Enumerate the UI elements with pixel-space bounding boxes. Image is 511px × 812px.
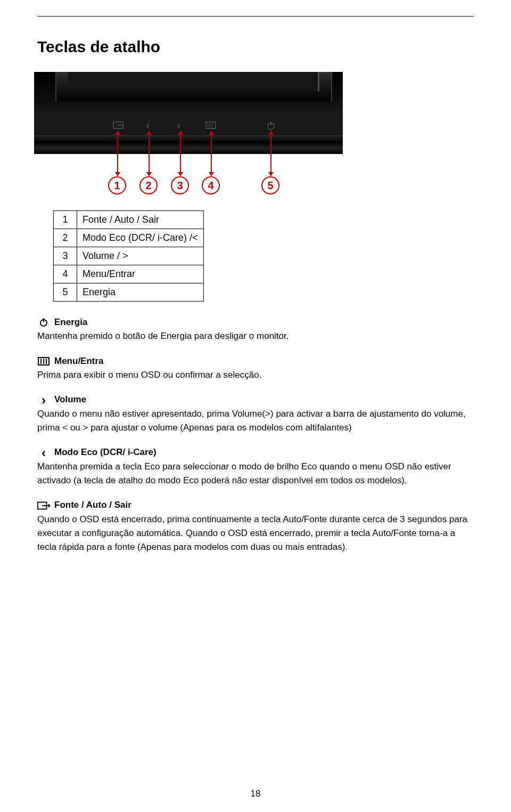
callout-line-3 — [180, 134, 181, 173]
section-title: Menu/Entra — [54, 354, 104, 368]
table-row: 4 Menu/Entrar — [54, 265, 204, 283]
monitor-strip — [34, 72, 343, 154]
table-cell-label: Volume / > — [77, 247, 204, 265]
section-title: Fonte / Auto / Sair — [54, 498, 131, 512]
monitor-photo: ‹ › 1 2 3 4 5 — [34, 72, 343, 200]
section-fonte: Fonte / Auto / Sair Quando o OSD está en… — [37, 498, 474, 554]
callout-badge-3: 3 — [171, 176, 189, 194]
section-eco: ‹ Modo Eco (DCR/ i-Care) Mantenha premid… — [37, 445, 474, 488]
callout-badge-1: 1 — [108, 176, 126, 194]
section-menu: Menu/Entra Prima para exibir o menu OSD … — [37, 354, 474, 383]
callout-badge-5: 5 — [261, 176, 279, 194]
table-cell-num: 1 — [54, 211, 77, 229]
right-arrow-icon: › — [37, 395, 50, 405]
table-cell-label: Menu/Entrar — [77, 265, 204, 283]
section-title: Modo Eco (DCR/ i-Care) — [54, 445, 156, 459]
right-arrow-icon: › — [177, 120, 180, 132]
table-cell-num: 4 — [54, 265, 77, 283]
section-body: Prima para exibir o menu OSD ou confirma… — [37, 368, 474, 382]
table-cell-num: 5 — [54, 283, 77, 302]
table-row: 2 Modo Eco (DCR/ i-Care) /< — [54, 229, 204, 247]
page-title: Teclas de atalho — [37, 38, 474, 56]
table-cell-label: Modo Eco (DCR/ i-Care) /< — [77, 229, 204, 247]
section-body: Mantenha premido o botão de Energia para… — [37, 329, 474, 343]
menu-icon — [37, 356, 50, 367]
callout-line-5 — [270, 134, 271, 173]
table-cell-label: Energia — [77, 283, 204, 302]
table-cell-num: 3 — [54, 247, 77, 265]
table-cell-num: 2 — [54, 229, 77, 247]
table-cell-label: Fonte / Auto / Sair — [77, 211, 204, 229]
source-icon — [37, 500, 50, 511]
table-row: 1 Fonte / Auto / Sair — [54, 211, 204, 229]
table-row: 5 Energia — [54, 283, 204, 302]
top-rule — [37, 16, 474, 17]
page-number: 18 — [0, 789, 511, 799]
section-title: Energia — [54, 315, 87, 329]
callout-line-2 — [149, 134, 150, 173]
menu-icon — [205, 121, 216, 131]
left-arrow-icon: ‹ — [37, 448, 50, 458]
callout-line-1 — [117, 134, 118, 173]
section-title: Volume — [54, 393, 86, 407]
section-volume: › Volume Quando o menu não estiver apres… — [37, 393, 474, 435]
section-body: Quando o OSD está encerrado, prima conti… — [37, 513, 474, 555]
section-body: Mantenha premida a tecla Eco para selecc… — [37, 460, 474, 488]
hotkey-table: 1 Fonte / Auto / Sair 2 Modo Eco (DCR/ i… — [53, 210, 204, 302]
source-icon — [113, 121, 123, 131]
table-row: 3 Volume / > — [54, 247, 204, 265]
section-energia: Energia Mantenha premido o botão de Ener… — [37, 315, 474, 344]
callout-badge-4: 4 — [202, 176, 220, 194]
callout-badge-2: 2 — [139, 176, 158, 194]
callout-line-4 — [211, 134, 212, 173]
svg-rect-2 — [206, 122, 216, 128]
section-body: Quando o menu não estiver apresentado, p… — [37, 407, 474, 435]
power-icon — [37, 317, 50, 328]
left-arrow-icon: ‹ — [146, 120, 150, 132]
